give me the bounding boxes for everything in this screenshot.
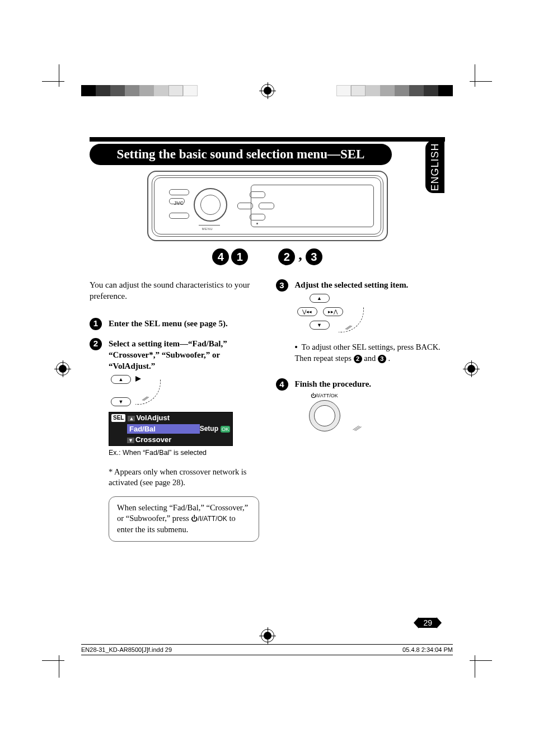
step-number-icon: 2 [90, 338, 102, 350]
up-down-buttons-illustration: ▲ ▼ ⁄⁄⁄ [111, 375, 178, 408]
step-1: 1 Enter the SEL menu (see page 5). [90, 318, 259, 330]
inline-step-2: 2 [354, 355, 362, 363]
dial-icon [194, 188, 227, 222]
sel-badge: SEL [111, 414, 125, 422]
color-calibration-bar [81, 85, 198, 96]
motion-curve-icon [339, 307, 364, 332]
step-3-bullet: • To adjust other SEL settings, press BA… [295, 342, 446, 364]
step-marker-4: 4 [212, 248, 229, 265]
registration-mark-icon [261, 84, 274, 97]
direction-buttons-illustration: ▲ ⋁◂◂ ▸▸⋀ ▼ ⁄⁄⁄ [297, 294, 364, 336]
brand-label: JVC [174, 200, 184, 206]
device-button-icon [169, 189, 189, 195]
inline-step-3: 3 [378, 355, 386, 363]
crop-mark [53, 76, 70, 92]
step-marker-1: 1 [231, 248, 248, 265]
intro-text: You can adjust the sound characteristics… [90, 279, 259, 302]
step-marker-2: 2 [278, 248, 295, 265]
press-motion-icon: ⁄⁄⁄ [355, 423, 359, 434]
manual-page: ENGLISH Setting the basic sound selectio… [0, 0, 534, 756]
list-item: VolAdjust [136, 413, 170, 423]
list-down-icon [127, 435, 135, 445]
header-strip [90, 137, 445, 142]
display-caption: Ex.: When “Fad/Bal” is selected [109, 448, 259, 458]
prev-pill-icon: ⋁◂◂ [297, 307, 317, 316]
comma: , [297, 247, 303, 267]
registration-mark-icon [56, 362, 69, 375]
registration-mark-icon [465, 362, 478, 375]
power-att-ok-icon: ⏻/I/ATT/OK [191, 514, 227, 523]
setup-label: Setup [200, 424, 218, 433]
step-2: 2 Select a setting item—“Fad/Bal,” “Cros… [90, 338, 259, 542]
section-title: Setting the basic sound selection menu—S… [90, 144, 392, 165]
footer-filename: EN28-31_KD-AR8500[J]f.indd 29 [81, 646, 172, 653]
callout-numbers: 4 1 2 , 3 [90, 247, 445, 267]
step-number-icon: 1 [90, 318, 102, 330]
left-column: You can adjust the sound characteristics… [90, 279, 259, 550]
page-number-value: 29 [419, 618, 437, 628]
step-number-icon: 4 [276, 378, 288, 391]
color-calibration-bar [336, 85, 453, 96]
motion-curve-icon [135, 379, 161, 405]
ok-badge: OK [221, 426, 230, 433]
print-footer: EN28-31_KD-AR8500[J]f.indd 29 05.4.8 2:3… [81, 644, 453, 655]
down-pill-icon: ▼ [111, 397, 131, 406]
step-number-icon: 3 [276, 279, 288, 292]
registration-mark-icon [261, 629, 274, 642]
list-item-selected: Fad/Bal [127, 424, 200, 434]
footer-timestamp: 05.4.8 2:34:04 PM [402, 646, 453, 653]
device-illustration: JVC MENU [147, 171, 388, 241]
bullet-and: and [364, 354, 378, 363]
crop-mark [464, 650, 481, 666]
power-button-label: ⏻/I/ATT/OK [299, 392, 350, 399]
right-column: 3 Adjust the selected setting item. ▲ ⋁◂… [276, 279, 446, 550]
power-button-illustration: ⏻/I/ATT/OK ⁄⁄⁄ [299, 392, 350, 436]
list-item: Crossover [135, 435, 171, 445]
down-pill-icon: ▼ [310, 321, 330, 330]
step-3: 3 Adjust the selected setting item. ▲ ⋁◂… [276, 279, 446, 364]
menu-label: MENU [202, 227, 213, 231]
up-pill-icon: ▲ [111, 375, 131, 384]
step-4-text: Finish the procedure. [295, 379, 372, 388]
step-4: 4 Finish the procedure. ⏻/I/ATT/OK ⁄⁄⁄ [276, 378, 446, 435]
step-2-text: Select a setting item—“Fad/Bal,” “Crosso… [109, 339, 227, 371]
page-number: 29 [414, 617, 442, 628]
content-area: Setting the basic sound selection menu—S… [90, 137, 445, 550]
submenu-note: When selecting “Fad/Bal,” “Crossover,” o… [109, 496, 259, 542]
sel-display-mock: SEL VolAdjust Fad/Bal Setup OK [109, 412, 233, 446]
step-3-text: Adjust the selected setting item. [295, 280, 409, 289]
up-pill-icon: ▲ [310, 294, 330, 303]
crossover-footnote: * Appears only when crossover network is… [109, 467, 259, 489]
crop-mark [53, 650, 70, 666]
list-up-icon [128, 413, 136, 423]
device-button-icon [169, 213, 189, 219]
crop-mark [464, 76, 481, 92]
step-1-text: Enter the SEL menu (see page 5). [109, 319, 228, 328]
step-marker-3: 3 [306, 248, 322, 265]
bullet-period: . [388, 354, 390, 363]
device-screen [251, 185, 374, 227]
